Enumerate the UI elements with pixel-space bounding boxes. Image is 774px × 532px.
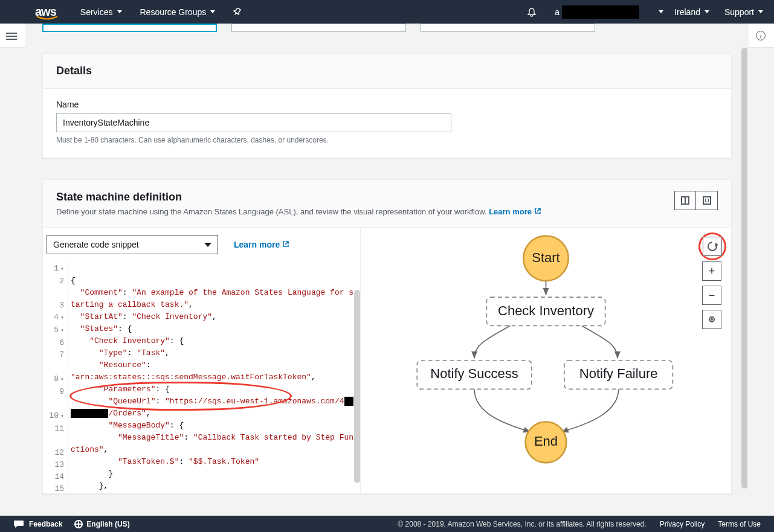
account-redacted	[562, 5, 639, 19]
definition-title: State machine definition	[56, 191, 541, 204]
name-help: Must be 1-80 characters. Can use alphanu…	[56, 136, 718, 144]
code-content[interactable]: { "Comment": "An example of the Amazon S…	[68, 261, 360, 493]
nav-resource-groups-label: Resource Groups	[140, 7, 207, 17]
layout-split-icon	[681, 196, 689, 205]
graph-node-success: Notify Success	[430, 367, 518, 382]
refresh-highlight-annotation	[698, 232, 726, 260]
learn-more-link[interactable]: Learn more	[489, 207, 541, 216]
chevron-down-icon	[204, 243, 211, 247]
info-icon[interactable]: i	[756, 31, 766, 40]
graph-node-end: End	[534, 434, 558, 449]
nav-services-label: Services	[80, 7, 113, 17]
globe-icon	[74, 520, 83, 528]
nav-support[interactable]: Support	[724, 7, 763, 17]
page-content: Details Name Must be 1-80 characters. Ca…	[25, 24, 749, 516]
copyright-text: © 2008 - 2019, Amazon Web Services, Inc.…	[398, 520, 646, 528]
snippet-dropdown[interactable]: Generate code snippet	[47, 235, 218, 254]
definition-panel: State machine definition Define your sta…	[42, 179, 732, 494]
terms-link[interactable]: Terms of Use	[718, 520, 761, 528]
layout-full-button[interactable]	[696, 191, 718, 210]
page-footer: Feedback English (US) © 2008 - 2019, Ama…	[0, 516, 774, 532]
graph-node-failure: Notify Failure	[579, 367, 658, 382]
center-button[interactable]	[702, 310, 721, 329]
definition-subtitle: Define your state machine using the Amaz…	[56, 207, 541, 216]
nav-services[interactable]: Services	[80, 7, 122, 17]
layout-split-button[interactable]	[674, 191, 696, 210]
nav-account[interactable]: a	[555, 5, 663, 19]
nav-region-label: Ireland	[674, 7, 700, 17]
name-input[interactable]	[56, 113, 451, 132]
page-scrollbar-thumb[interactable]	[741, 48, 747, 489]
nav-region[interactable]: Ireland	[674, 7, 709, 17]
privacy-link[interactable]: Privacy Policy	[660, 520, 705, 528]
zoom-in-button[interactable]: +	[702, 261, 721, 281]
layout-toggle	[674, 191, 718, 210]
details-panel: Details Name Must be 1-80 characters. Ca…	[42, 53, 732, 158]
refresh-icon	[706, 240, 720, 254]
definition-subtitle-text: Define your state machine using the Amaz…	[56, 207, 489, 216]
graph-node-check: Check Inventory	[498, 303, 594, 318]
speech-bubble-icon	[13, 520, 24, 528]
chevron-down-icon	[210, 10, 215, 13]
wizard-tab-3[interactable]	[421, 24, 595, 32]
refresh-graph-button[interactable]	[703, 237, 722, 256]
code-gutter: 1▾ 2 3 4▾ 5▾ 6 7 8▾ 9 10▾	[47, 261, 68, 493]
graph-node-start: Start	[532, 250, 560, 265]
chevron-down-icon	[758, 10, 763, 13]
name-label: Name	[56, 100, 718, 109]
snippet-dropdown-label: Generate code snippet	[53, 240, 139, 249]
zoom-out-button[interactable]: −	[702, 286, 721, 305]
wizard-tab-1[interactable]	[42, 24, 217, 32]
chevron-down-icon	[117, 10, 122, 13]
aws-logo[interactable]: aws	[35, 5, 56, 19]
details-title: Details	[56, 65, 718, 77]
nav-support-label: Support	[724, 7, 754, 17]
chevron-down-icon	[705, 10, 709, 13]
page-scrollbar-track	[739, 24, 749, 516]
external-link-icon	[534, 207, 541, 214]
pin-icon[interactable]	[233, 8, 242, 16]
minus-icon: −	[709, 289, 715, 302]
language-label: English (US)	[86, 520, 129, 528]
nav-resource-groups[interactable]: Resource Groups	[140, 7, 216, 17]
code-editor[interactable]: 1▾ 2 3 4▾ 5▾ 6 7 8▾ 9 10▾	[47, 261, 360, 493]
chevron-down-icon	[659, 10, 663, 13]
hamburger-icon[interactable]	[6, 31, 17, 40]
workflow-graph[interactable]: Start Check Inventory Notify Success	[361, 228, 731, 493]
external-link-icon	[282, 240, 289, 248]
feedback-label: Feedback	[29, 520, 62, 528]
top-nav: aws Services Resource Groups a Ireland S…	[0, 0, 774, 24]
learn-more-link-2[interactable]: Learn more	[234, 240, 289, 249]
wizard-tab-2[interactable]	[231, 24, 406, 32]
plus-icon: +	[709, 265, 715, 278]
code-scrollbar[interactable]	[354, 290, 360, 483]
code-editor-pane: Generate code snippet Learn more 1▾ 2 3 …	[43, 228, 361, 493]
layout-full-icon	[703, 196, 711, 205]
wizard-tabs	[42, 24, 732, 32]
notifications-icon[interactable]	[527, 7, 537, 17]
workflow-graph-pane: + − Start	[361, 228, 731, 493]
feedback-link[interactable]: Feedback	[13, 520, 62, 528]
language-selector[interactable]: English (US)	[74, 520, 129, 528]
center-icon	[709, 316, 715, 322]
